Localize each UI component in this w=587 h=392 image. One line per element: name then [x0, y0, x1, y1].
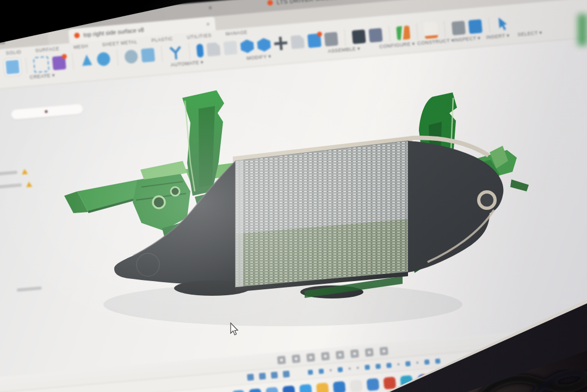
- photo-of-monitor: × LTS DRIVER MODEL FIXING v1 p Layout to…: [0, 0, 587, 392]
- green-edge-reflection: [578, 14, 587, 46]
- intercooler-3d-model[interactable]: [0, 0, 587, 392]
- core-mesh: [236, 141, 408, 292]
- model-shadow: [103, 283, 462, 326]
- right-outlet: [479, 192, 495, 208]
